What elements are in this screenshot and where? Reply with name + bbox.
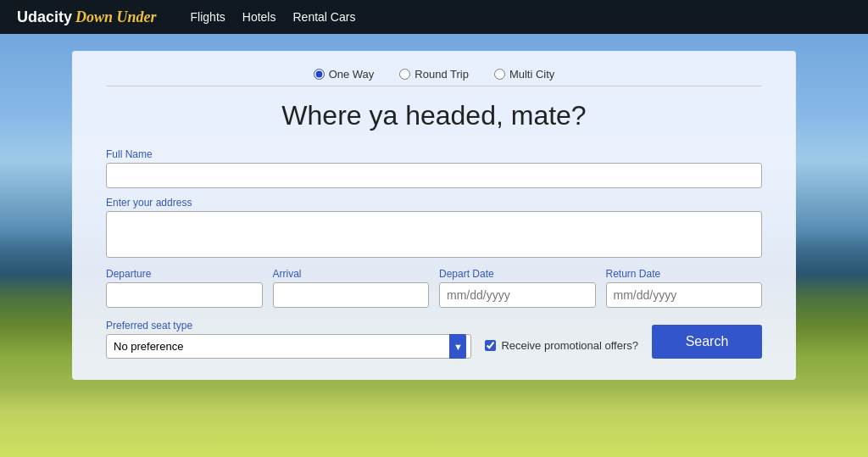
return-date-input[interactable] <box>606 282 763 308</box>
search-button[interactable]: Search <box>652 325 762 359</box>
search-card: One Way Round Trip Multi City Where ya h… <box>72 51 796 380</box>
address-input[interactable] <box>106 211 762 258</box>
multi-city-label: Multi City <box>509 68 554 81</box>
trip-type-divider <box>106 86 762 86</box>
multi-city-radio[interactable] <box>494 69 505 80</box>
round-trip-radio[interactable] <box>399 69 410 80</box>
brand-main: Udacity <box>17 8 72 26</box>
departure-group: Departure <box>106 268 263 308</box>
bottom-row: Preferred seat type No preference Window… <box>106 320 762 359</box>
round-trip-label: Round Trip <box>415 68 469 81</box>
search-form: Full Name Enter your address Departure A… <box>106 148 762 359</box>
full-name-group: Full Name <box>106 148 762 188</box>
hotels-link[interactable]: Hotels <box>242 10 276 24</box>
address-group: Enter your address <box>106 197 762 258</box>
return-date-label: Return Date <box>606 268 763 280</box>
full-name-label: Full Name <box>106 148 762 160</box>
arrival-input[interactable] <box>273 282 430 308</box>
round-trip-option[interactable]: Round Trip <box>399 68 469 81</box>
seat-select-wrapper: No preference Window Aisle Middle ▼ <box>106 334 471 359</box>
trip-type-row: One Way Round Trip Multi City <box>106 68 762 81</box>
navbar-links: Flights Hotels Rental Cars <box>191 10 356 24</box>
promo-label: Receive promotional offers? <box>501 339 638 352</box>
navbar: Udacity Down Under Flights Hotels Rental… <box>0 0 868 34</box>
promo-checkbox[interactable] <box>485 340 496 351</box>
brand: Udacity Down Under <box>17 8 157 26</box>
brand-italic: Down Under <box>75 8 157 26</box>
arrival-group: Arrival <box>273 268 430 308</box>
arrival-label: Arrival <box>273 268 430 280</box>
depart-date-input[interactable] <box>439 282 596 308</box>
one-way-option[interactable]: One Way <box>314 68 375 81</box>
one-way-label: One Way <box>329 68 375 81</box>
depart-date-label: Depart Date <box>439 268 596 280</box>
address-label: Enter your address <box>106 197 762 209</box>
seat-type-group: Preferred seat type No preference Window… <box>106 320 471 359</box>
promo-checkbox-group[interactable]: Receive promotional offers? <box>485 339 638 352</box>
one-way-radio[interactable] <box>314 69 325 80</box>
depart-date-group: Depart Date <box>439 268 596 308</box>
page-headline: Where ya headed, mate? <box>106 100 762 131</box>
multi-city-option[interactable]: Multi City <box>494 68 554 81</box>
full-name-input[interactable] <box>106 163 762 188</box>
flights-link[interactable]: Flights <box>191 10 225 24</box>
seat-type-label: Preferred seat type <box>106 320 471 332</box>
four-col-row: Departure Arrival Depart Date Return Dat… <box>106 268 762 308</box>
seat-select[interactable]: No preference Window Aisle Middle <box>106 334 471 359</box>
departure-label: Departure <box>106 268 263 280</box>
return-date-group: Return Date <box>606 268 763 308</box>
rental-cars-link[interactable]: Rental Cars <box>292 10 355 24</box>
departure-input[interactable] <box>106 282 263 308</box>
